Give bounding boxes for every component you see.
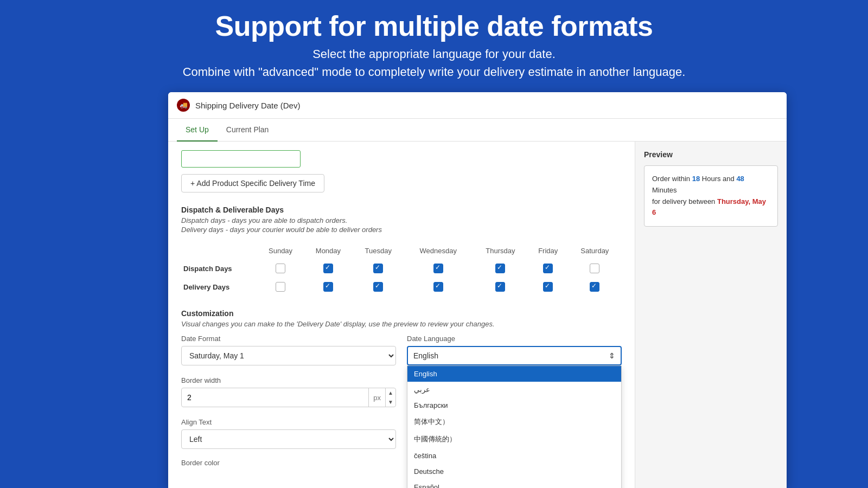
customization-section: Customization Visual changes you can mak… [181, 309, 622, 467]
page-title: Support for multiple date formats [22, 11, 846, 42]
days-table: Sunday Monday Tuesday Wednesday Thursday… [181, 242, 622, 296]
cb-delivery-mon[interactable] [323, 282, 333, 292]
dispatch-thursday[interactable] [473, 259, 528, 278]
add-product-section: + Add Product Specific Delivery Time [181, 150, 622, 192]
cb-dispatch-sat[interactable] [590, 264, 599, 273]
cb-delivery-tue[interactable] [373, 282, 383, 292]
lang-option-simplified-chinese[interactable]: 简体中文） [407, 413, 621, 431]
border-width-label: Border width [181, 376, 396, 384]
border-width-input-wrapper: px ▲ ▼ [181, 388, 396, 407]
language-selected-value: English [413, 351, 438, 360]
spinner-down[interactable]: ▼ [386, 397, 395, 407]
align-text-field: Align Text Left Center Right [181, 418, 396, 449]
window-title: Shipping Delivery Date (Dev) [195, 101, 300, 110]
border-color-label: Border color [181, 459, 220, 467]
dispatch-section: Dispatch & Deliverable Days Dispatch day… [181, 206, 622, 296]
dispatch-tuesday[interactable] [353, 259, 404, 278]
header-section: Support for multiple date formats Select… [0, 0, 868, 86]
customization-desc: Visual changes you can make to the 'Deli… [181, 320, 622, 328]
preview-minutes-label: Minutes [652, 186, 677, 194]
cb-delivery-sat[interactable] [590, 282, 599, 292]
customization-title: Customization [181, 309, 622, 318]
cb-delivery-fri[interactable] [543, 282, 553, 292]
cb-delivery-sun[interactable] [276, 282, 285, 292]
cb-dispatch-wed[interactable] [433, 264, 443, 273]
date-format-label: Date Format [181, 335, 396, 343]
dispatch-friday[interactable] [528, 259, 568, 278]
main-panel: + Add Product Specific Delivery Time Dis… [168, 142, 635, 488]
th-friday: Friday [528, 242, 568, 259]
th-monday: Monday [304, 242, 353, 259]
lang-option-english[interactable]: English [407, 366, 621, 382]
th-wednesday: Wednesday [404, 242, 473, 259]
th-saturday: Saturday [568, 242, 622, 259]
th-sunday: Sunday [257, 242, 304, 259]
lang-option-spanish[interactable]: Español [407, 479, 621, 488]
delivery-monday[interactable] [304, 278, 353, 296]
dispatch-sunday[interactable] [257, 259, 304, 278]
dispatch-wednesday[interactable] [404, 259, 473, 278]
preview-box: Order within 18 Hours and 48 Minutes for… [644, 165, 778, 227]
lang-option-czech[interactable]: čeština [407, 448, 621, 464]
date-format-field: Date Format Saturday, May 1 [181, 335, 396, 365]
date-language-label: Date Language [407, 335, 622, 343]
content-area: + Add Product Specific Delivery Time Dis… [168, 142, 787, 488]
preview-panel: Preview Order within 18 Hours and 48 Min… [635, 142, 787, 488]
preview-minutes-value: 48 [736, 175, 744, 183]
delivery-row: Delivery Days [181, 278, 622, 296]
dispatch-row: Dispatch Days [181, 259, 622, 278]
language-select-display[interactable]: English ⇕ [407, 346, 622, 365]
chevron-down-icon: ⇕ [609, 351, 615, 360]
align-text-select[interactable]: Left Center Right [181, 429, 396, 449]
th-empty [181, 242, 257, 259]
cb-delivery-thu[interactable] [495, 282, 505, 292]
delivery-thursday[interactable] [473, 278, 528, 296]
app-icon: 🚚 [177, 99, 190, 112]
nav-tabs: Set Up Current Plan [168, 119, 787, 142]
tab-setup[interactable]: Set Up [177, 119, 218, 142]
spinner-up[interactable]: ▲ [386, 388, 395, 397]
delivery-row-label: Delivery Days [181, 278, 257, 296]
delivery-tuesday[interactable] [353, 278, 404, 296]
align-text-label: Align Text [181, 418, 396, 426]
cb-dispatch-thu[interactable] [495, 264, 505, 273]
border-width-input[interactable] [182, 393, 368, 402]
tab-input-area [181, 150, 622, 168]
date-format-select[interactable]: Saturday, May 1 [181, 346, 396, 365]
customization-form: Date Format Saturday, May 1 Date Languag… [181, 335, 622, 449]
cb-dispatch-sun[interactable] [276, 264, 285, 273]
preview-hours-label: Hours and [700, 175, 736, 183]
dispatch-row-label: Dispatch Days [181, 259, 257, 278]
date-language-field: Date Language English ⇕ English عربي Бъл… [407, 335, 622, 365]
lang-option-arabic[interactable]: عربي [407, 382, 621, 397]
cb-dispatch-tue[interactable] [373, 264, 383, 273]
delivery-wednesday[interactable] [404, 278, 473, 296]
dispatch-title: Dispatch & Deliverable Days [181, 206, 622, 214]
tab-current-plan[interactable]: Current Plan [218, 119, 278, 142]
lang-option-traditional-chinese[interactable]: 中國傳統的） [407, 431, 621, 448]
preview-hours-value: 18 [692, 175, 700, 183]
border-width-spinners: ▲ ▼ [385, 388, 395, 407]
delivery-saturday[interactable] [568, 278, 622, 296]
lang-option-bulgarian[interactable]: Български [407, 397, 621, 413]
dispatch-desc2: Delivery days - days your courier would … [181, 226, 622, 234]
border-width-unit: px [368, 388, 385, 407]
window-titlebar: 🚚 Shipping Delivery Date (Dev) [168, 92, 787, 119]
tab-input-box [181, 150, 301, 168]
dispatch-desc1: Dispatch days - days you are able to dis… [181, 216, 622, 224]
th-tuesday: Tuesday [353, 242, 404, 259]
cb-delivery-wed[interactable] [433, 282, 443, 292]
preview-text-before: Order within [652, 175, 692, 183]
delivery-sunday[interactable] [257, 278, 304, 296]
lang-option-german[interactable]: Deutsche [407, 464, 621, 479]
preview-text-after: for delivery between [652, 197, 717, 206]
delivery-friday[interactable] [528, 278, 568, 296]
cb-dispatch-mon[interactable] [323, 264, 333, 273]
header-subtitle: Select the appropriate language for your… [22, 45, 846, 81]
app-window: 🚚 Shipping Delivery Date (Dev) Set Up Cu… [168, 92, 787, 488]
cb-dispatch-fri[interactable] [543, 264, 553, 273]
border-width-field: Border width px ▲ ▼ [181, 376, 396, 407]
dispatch-saturday[interactable] [568, 259, 622, 278]
add-product-button[interactable]: + Add Product Specific Delivery Time [181, 174, 324, 192]
dispatch-monday[interactable] [304, 259, 353, 278]
